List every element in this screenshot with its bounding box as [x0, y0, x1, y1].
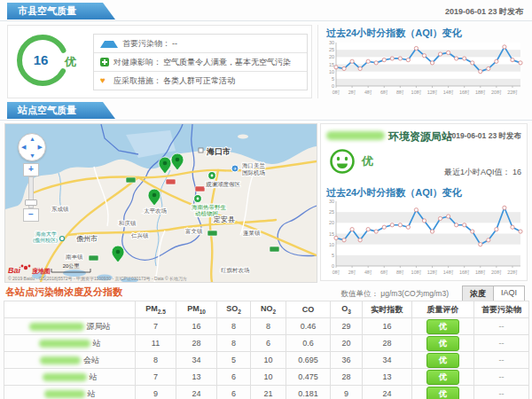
grade-badge: 优 [426, 370, 459, 385]
grade-badge: 优 [426, 353, 459, 368]
svg-text:15: 15 [329, 231, 334, 237]
svg-text:6时: 6时 [380, 270, 388, 275]
map-zoom-control[interactable]: + − [23, 163, 39, 222]
latest-aqi-label: 最近1小时AQI值： [444, 168, 511, 176]
column-header: 首要污染物 [474, 301, 529, 318]
station-chart-title: 过去24小时分指数（AQI）变化 [326, 186, 462, 200]
svg-text:16时: 16时 [459, 90, 470, 95]
tab-city-air-quality[interactable]: 市县空气质量 [7, 3, 115, 20]
pollutant-table-head-row: PM2.5PM10SO2NO2COO3实时指数质量评价首要污染物 [4, 301, 529, 318]
grade-cell: 优 [412, 369, 474, 386]
station-name: 环境资源局站 [388, 129, 452, 145]
station-map[interactable]: 海口市 海口美兰 国际机场 观澜湖度假区 海南热带野生 动植物园 定安县 太平农… [4, 123, 317, 283]
map-label-danzhou: 儋州市 [76, 235, 98, 243]
svg-text:10时: 10时 [411, 90, 422, 95]
info-row-measures: ♥ 应采取措施： 各类人群可正常活动 [94, 71, 307, 90]
city-chart-title: 过去24小时分指数（AQI）变化 [326, 27, 462, 40]
value-cell: 34 [176, 352, 217, 369]
map-pan-control[interactable]: ▲ ▼ ◀ ▶ [18, 133, 46, 161]
column-header: PM2.5 [136, 301, 176, 318]
zoom-handle[interactable] [25, 200, 37, 206]
station-grade-label: 优 [362, 153, 373, 169]
value-cell: 8 [251, 318, 286, 335]
map-label-nanfeng: 南丰镇 [66, 254, 83, 260]
value-cell: 24 [363, 386, 412, 399]
svg-text:10: 10 [329, 242, 334, 247]
primary-pollutant-cell: -- [474, 318, 529, 335]
column-header: CO [286, 301, 331, 318]
primary-pollutant-cell: -- [474, 386, 529, 399]
svg-text:2时: 2时 [348, 270, 356, 275]
map-label-airport-1: 海口美兰 [242, 162, 266, 169]
value-cell: 8 [217, 318, 251, 335]
tab-station-air-quality[interactable]: 站点空气质量 [7, 102, 115, 119]
station-name-cell: 站 [4, 335, 136, 352]
measures-icon: ♥ [100, 76, 109, 85]
primary-pollutant-cell: -- [474, 335, 529, 352]
map-label-fuwen: 富文镇 [185, 228, 203, 234]
map-label-univ-1: 海南大学 [35, 231, 57, 237]
value-cell: 0.181 [286, 386, 331, 399]
svg-text:0: 0 [332, 263, 334, 269]
zoom-in-button[interactable]: + [23, 163, 39, 176]
svg-text:10: 10 [329, 69, 334, 74]
value-cell: 28 [331, 369, 363, 386]
value-cell: 29 [331, 318, 363, 335]
value-cell: 16 [176, 318, 217, 335]
svg-text:20时: 20时 [491, 270, 502, 275]
info-value: 各类人群可正常活动 [163, 75, 235, 87]
svg-text:14时: 14时 [443, 270, 454, 275]
info-row-health-impact: 对健康影响： 空气质量令人满意，基本无空气污染 [94, 52, 307, 71]
map-label-renxing: 仁兴镇 [131, 232, 149, 239]
svg-text:4时: 4时 [364, 90, 372, 95]
map-canvas[interactable]: 海口市 海口美兰 国际机场 观澜湖度假区 海南热带野生 动植物园 定安县 太平农… [5, 124, 317, 282]
pan-down-icon[interactable]: ▼ [29, 153, 35, 159]
redacted-name [39, 340, 90, 348]
value-cell: 8 [136, 352, 176, 369]
grade-cell: 优 [412, 352, 474, 369]
station-name-cell: 源局站 [4, 318, 136, 335]
svg-text:20时: 20时 [491, 90, 502, 95]
pan-right-icon[interactable]: ▶ [38, 144, 43, 150]
column-header: NO2 [251, 301, 286, 318]
info-label: 对健康影响： [113, 57, 161, 68]
redacted-station-name [326, 131, 385, 140]
smiley-face-icon [328, 147, 356, 176]
city-info-box: 首要污染物： -- 对健康影响： 空气质量令人满意，基本无空气污染 ♥ 应采取措… [93, 34, 308, 90]
zoom-out-button[interactable]: − [23, 208, 39, 222]
value-cell: 20 [331, 335, 363, 352]
value-cell: 0.475 [286, 369, 331, 386]
svg-text:10时: 10时 [411, 270, 422, 275]
map-label-resort: 观澜湖度假区 [206, 181, 241, 188]
svg-text:22时: 22时 [507, 270, 518, 275]
svg-text:16时: 16时 [459, 270, 470, 275]
air-quality-dashboard: 市县空气质量 2019-06-01 23 时发布 16 优 首要污染物： -- … [0, 0, 532, 399]
station-name-suffix: 站 [93, 339, 101, 348]
city-aqi-24h-chart: 0510152025300时2时4时6时8时10时12时14时16时18时20时… [323, 40, 525, 97]
city-grade-label: 优 [65, 54, 76, 70]
value-cell: 7 [136, 318, 176, 335]
redacted-name [29, 323, 84, 331]
info-row-primary-pollutant: 首要污染物： -- [94, 35, 307, 52]
value-cell: 6 [217, 369, 251, 386]
university-poi-icon [60, 237, 65, 241]
value-cell: 10 [251, 369, 286, 386]
svg-text:0: 0 [332, 83, 334, 89]
svg-text:30: 30 [329, 40, 334, 45]
svg-text:5: 5 [332, 253, 334, 258]
map-label-city: 海口市 [206, 147, 231, 156]
info-label: 首要污染物： [122, 38, 170, 50]
info-value: -- [172, 39, 177, 48]
value-cell: 13 [176, 369, 217, 386]
primary-pollutant-cell: -- [474, 369, 529, 386]
station-publish-time: 2019-06-01 23 时发布 [448, 131, 521, 142]
value-cell: 28 [176, 335, 217, 352]
pan-up-icon[interactable]: ▲ [29, 136, 35, 142]
airport-icon: ✈ [231, 165, 239, 172]
svg-text:4时: 4时 [364, 270, 372, 275]
grade-badge: 优 [426, 319, 459, 334]
svg-text:15: 15 [329, 62, 334, 67]
pan-left-icon[interactable]: ◀ [21, 144, 26, 150]
map-label-heqing: 和庆镇 [118, 220, 137, 226]
health-impact-icon [100, 58, 109, 66]
